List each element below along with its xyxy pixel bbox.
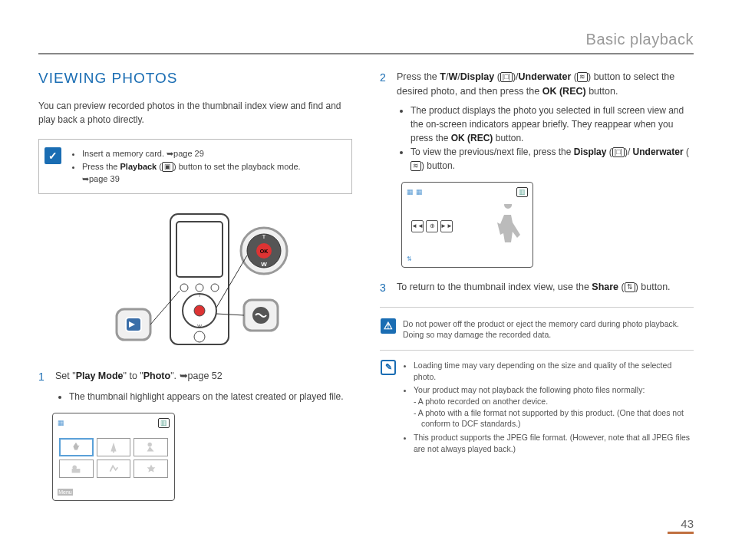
svg-rect-25 <box>113 450 114 453</box>
photo-mode-icon: ▦ ▦ <box>407 188 423 196</box>
section-heading: VIEWING PHOTOS <box>38 70 352 87</box>
prereq-item: Insert a memory card. ➥page 29 <box>82 147 301 160</box>
playback-controls: ◄◄ ⊕ ►► <box>411 220 453 232</box>
intro-paragraph: You can preview recorded photos in the t… <box>38 99 352 127</box>
display-icon: |□| <box>500 72 513 82</box>
next-icon: ►► <box>440 220 453 232</box>
info-note: ✎ Loading time may vary depending on the… <box>380 360 694 457</box>
menu-label: Menu <box>58 489 73 496</box>
prereq-item: Press the Playback (▣) button to set the… <box>82 160 301 186</box>
svg-point-2 <box>180 284 188 292</box>
thumbnail-cell <box>134 460 168 478</box>
svg-rect-1 <box>176 222 223 277</box>
thumbnail-cell <box>134 438 168 456</box>
right-column: 2 Press the T/W/Display (|□|)/Underwater… <box>380 70 694 510</box>
battery-icon: ▥ <box>516 187 528 197</box>
page-number: 43 <box>668 517 694 534</box>
svg-text:T: T <box>198 293 201 298</box>
prereq-list: Insert a memory card. ➥page 29 Press the… <box>68 147 301 186</box>
svg-text:T: T <box>262 233 265 240</box>
svg-point-3 <box>196 284 203 292</box>
step-1-sub: The thumbnail highlight appears on the l… <box>38 390 352 404</box>
underwater-icon: ≋ <box>411 161 421 171</box>
svg-rect-27 <box>72 469 81 473</box>
step-2-sub: The product displays the photo you selec… <box>380 104 694 173</box>
svg-text:OK: OK <box>259 249 268 254</box>
svg-point-28 <box>73 466 77 469</box>
chapter-title: Basic playback <box>38 31 694 53</box>
thumbnail-cell <box>59 438 94 456</box>
svg-text:W: W <box>197 324 202 328</box>
thumbnail-cell <box>59 460 94 478</box>
thumbnail-screen: ▦ ▥ <box>52 413 175 501</box>
prereq-box: ✓ Insert a memory card. ➥page 29 Press t… <box>38 139 352 194</box>
device-illustration: T W OK T W <box>38 208 352 354</box>
check-icon: ✓ <box>45 147 61 164</box>
svg-point-4 <box>211 284 219 292</box>
playback-screen: ▦ ▦ ▥ ◄◄ ⊕ ►► ⇅ <box>401 182 533 268</box>
prev-icon: ◄◄ <box>411 220 424 232</box>
left-column: VIEWING PHOTOS You can preview recorded … <box>38 70 352 510</box>
svg-point-9 <box>194 331 205 342</box>
share-indicator-icon: ⇅ <box>407 255 528 262</box>
step-1: 1 Set "Play Mode" to "Photo". ➥page 52 <box>38 369 352 385</box>
thumbnail-cell <box>97 460 131 478</box>
photo-silhouette <box>493 204 523 249</box>
svg-text:W: W <box>261 261 267 268</box>
underwater-icon: ≋ <box>577 72 588 82</box>
warning-note: ⚠ Do not power off the product or eject … <box>380 318 694 341</box>
photo-mode-icon: ▦ <box>58 419 64 427</box>
display-icon: |□| <box>612 147 625 157</box>
header-rule <box>38 53 694 54</box>
battery-icon: ▥ <box>158 418 170 428</box>
warning-icon: ⚠ <box>381 318 396 334</box>
svg-point-26 <box>147 443 151 446</box>
note-icon: ✎ <box>381 360 396 375</box>
thumbnail-cell <box>97 438 131 456</box>
playback-icon: ▣ <box>162 162 173 172</box>
zoom-icon: ⊕ <box>426 220 438 232</box>
step-2: 2 Press the T/W/Display (|□|)/Underwater… <box>380 70 694 99</box>
share-icon: ⇅ <box>625 282 635 292</box>
svg-point-6 <box>194 305 205 316</box>
step-3: 3 To return to the thumbnail index view,… <box>380 280 694 296</box>
